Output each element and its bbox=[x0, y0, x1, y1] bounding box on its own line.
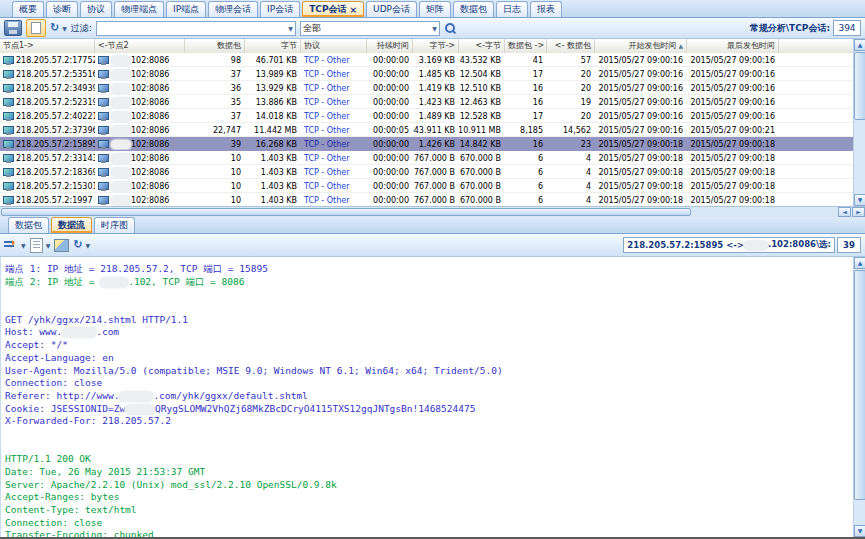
column-header[interactable]: 字节-> bbox=[413, 39, 459, 53]
chevron-down-icon[interactable]: ▼ bbox=[46, 242, 51, 249]
tab-IP端点[interactable]: IP端点 bbox=[166, 1, 206, 17]
cell-bytes_out: 1.423 KB bbox=[413, 95, 459, 108]
data-stream-view[interactable]: 端点 1: IP 地址 = 218.205.57.2, TCP 端口 = 158… bbox=[0, 257, 853, 537]
tab-UDP会话[interactable]: UDP会话 bbox=[366, 1, 417, 17]
table-row[interactable]: 218.205.57.2:53516102:80863713.989 KBTCP… bbox=[0, 67, 853, 81]
scroll-up-icon[interactable]: ▲ bbox=[854, 39, 865, 51]
column-header[interactable]: 数据包 bbox=[185, 39, 245, 53]
cell-bytes_in: 670.000 B bbox=[459, 193, 505, 206]
column-header[interactable]: 最后发包时间 bbox=[687, 39, 779, 53]
cell-packets_in: 4 bbox=[547, 151, 595, 164]
cell-value: 102:8086 bbox=[131, 140, 169, 149]
table-horizontal-scrollbar[interactable]: ◄ ► bbox=[0, 206, 865, 217]
column-header[interactable]: 节点1-> bbox=[0, 39, 95, 53]
stream-line bbox=[5, 428, 853, 441]
cell-value: 3.169 KB bbox=[419, 56, 455, 65]
column-header[interactable]: <-字节 bbox=[459, 39, 505, 53]
tab-IP会话[interactable]: IP会话 bbox=[260, 1, 300, 17]
tab-label: 时序图 bbox=[101, 219, 128, 232]
table-row[interactable]: 218.205.57.2:33143102:8086101.403 KBTCP … bbox=[0, 151, 853, 165]
stream-vertical-scrollbar[interactable]: ▲ ▼ bbox=[853, 257, 865, 537]
table-row[interactable]: 218.205.57.2:15301102:8086101.403 KBTCP … bbox=[0, 179, 853, 193]
export-image-icon[interactable] bbox=[54, 239, 69, 252]
tab-日志[interactable]: 日志 bbox=[496, 1, 528, 17]
text-segment: 端点 2: IP 地址 = bbox=[5, 276, 100, 287]
chevron-down-icon[interactable]: ▼ bbox=[85, 242, 90, 249]
tab-矩阵[interactable]: 矩阵 bbox=[419, 1, 451, 17]
scroll-up-icon[interactable]: ▲ bbox=[854, 257, 865, 269]
search-icon[interactable] bbox=[444, 22, 456, 35]
cell-value: 2015/05/27 09:00:18 bbox=[690, 168, 775, 177]
tab-TCP会话[interactable]: TCP会话× bbox=[302, 1, 364, 17]
cell-value: 767.000 B bbox=[414, 182, 455, 191]
table-scroll-thumb[interactable] bbox=[854, 52, 865, 120]
table-vertical-scrollbar[interactable]: ▲ ▼ bbox=[853, 39, 865, 206]
stream-direction-icon[interactable] bbox=[4, 239, 18, 251]
table-hscroll-thumb[interactable] bbox=[1, 208, 691, 216]
export-icon[interactable] bbox=[26, 19, 46, 37]
table-row[interactable]: 218.205.57.2:34939102:80863613.929 KBTCP… bbox=[0, 81, 853, 95]
cell-bytes_out: 767.000 B bbox=[413, 151, 459, 164]
cell-duration: 00:00:00 bbox=[367, 151, 413, 164]
table-row[interactable]: 218.205.57.2:18369102:8086101.403 KBTCP … bbox=[0, 165, 853, 179]
tab-物理端点[interactable]: 物理端点 bbox=[114, 1, 164, 17]
tab-数据包[interactable]: 数据包 bbox=[453, 1, 494, 17]
column-header[interactable]: 开始发包时间▲ bbox=[595, 39, 687, 53]
refresh-dropdown-icon[interactable]: ▼ bbox=[62, 25, 67, 32]
cell-value: 00:00:00 bbox=[373, 182, 409, 191]
column-header[interactable]: 数据包 -> bbox=[505, 39, 547, 53]
cell-node2: 102:8086 bbox=[95, 123, 185, 136]
table-row[interactable]: 218.205.57.2:37396102:808622,74711.442 M… bbox=[0, 123, 853, 137]
cell-node1: 218.205.57.2:15895 bbox=[0, 137, 95, 150]
cell-node2: 102:8086 bbox=[95, 179, 185, 192]
chevron-down-icon[interactable]: ▼ bbox=[288, 25, 293, 32]
tab-物理会话[interactable]: 物理会话 bbox=[208, 1, 258, 17]
node2-host-icon bbox=[98, 56, 109, 65]
tcp-conversation-table: 节点1-><-节点2数据包字节协议持续时间字节-><-字节数据包 -><- 数据… bbox=[0, 39, 853, 206]
cell-value: 10 bbox=[231, 182, 241, 191]
refresh-icon[interactable]: ↻ bbox=[73, 238, 82, 252]
column-header[interactable]: 持续时间 bbox=[367, 39, 413, 53]
tab-数据流[interactable]: 数据流 bbox=[51, 217, 92, 233]
cell-value: 2015/05/27 09:00:16 bbox=[598, 84, 683, 93]
save-icon[interactable] bbox=[4, 20, 22, 36]
table-row[interactable]: 218.205.57.2:15895102:80863916.268 KBTCP… bbox=[0, 137, 853, 151]
tab-诊断[interactable]: 诊断 bbox=[46, 1, 78, 17]
column-header[interactable]: <-节点2 bbox=[95, 39, 185, 53]
cell-value: 00:00:00 bbox=[373, 98, 409, 107]
filter-scope-combo[interactable]: 全部 ▼ bbox=[300, 21, 440, 36]
tab-数据包[interactable]: 数据包 bbox=[8, 217, 49, 233]
stream-scroll-thumb[interactable] bbox=[854, 270, 865, 500]
column-header[interactable]: 字节 bbox=[245, 39, 301, 53]
cell-value: 102:8086 bbox=[131, 70, 169, 79]
filter-combo[interactable]: ▼ bbox=[96, 21, 296, 36]
tab-协议[interactable]: 协议 bbox=[80, 1, 112, 17]
cell-value: 2015/05/27 09:00:18 bbox=[598, 182, 683, 191]
cell-last_time: 2015/05/27 09:00:18 bbox=[687, 151, 779, 164]
scroll-right-icon[interactable]: ► bbox=[852, 207, 865, 217]
scroll-down-icon[interactable]: ▼ bbox=[854, 525, 865, 537]
chevron-down-icon[interactable]: ▼ bbox=[21, 242, 26, 249]
tab-报表[interactable]: 报表 bbox=[530, 1, 562, 17]
table-row[interactable]: 218.205.57.2:1997102:8086101.403 KBTCP -… bbox=[0, 193, 853, 206]
table-row[interactable]: 218.205.57.2:40221102:80863714.018 KBTCP… bbox=[0, 109, 853, 123]
tab-时序图[interactable]: 时序图 bbox=[94, 217, 135, 233]
scroll-down-icon[interactable]: ▼ bbox=[854, 194, 865, 206]
refresh-icon[interactable]: ↻ bbox=[50, 21, 59, 35]
analysis-label: 常规分析\TCP会话: bbox=[750, 22, 830, 35]
tab-close-icon[interactable]: × bbox=[350, 5, 358, 15]
tab-label: 日志 bbox=[503, 3, 521, 16]
text-segment: Connection: close bbox=[5, 517, 102, 528]
save-stream-icon[interactable] bbox=[30, 238, 43, 253]
column-header[interactable]: <- 数据包 bbox=[547, 39, 595, 53]
cell-value: 14,562 bbox=[563, 126, 591, 135]
cell-value: 20 bbox=[581, 112, 591, 121]
tab-概要[interactable]: 概要 bbox=[12, 1, 44, 17]
scroll-left-icon[interactable]: ◄ bbox=[838, 207, 851, 217]
cell-value: 2015/05/27 09:00:18 bbox=[598, 168, 683, 177]
table-row[interactable]: 218.205.57.2:17752102:80869846.701 KBTCP… bbox=[0, 53, 853, 67]
cell-packets_in: 19 bbox=[547, 95, 595, 108]
chevron-down-icon[interactable]: ▼ bbox=[432, 25, 437, 32]
table-row[interactable]: 218.205.57.2:52319102:80863513.886 KBTCP… bbox=[0, 95, 853, 109]
column-header[interactable]: 协议 bbox=[301, 39, 367, 53]
